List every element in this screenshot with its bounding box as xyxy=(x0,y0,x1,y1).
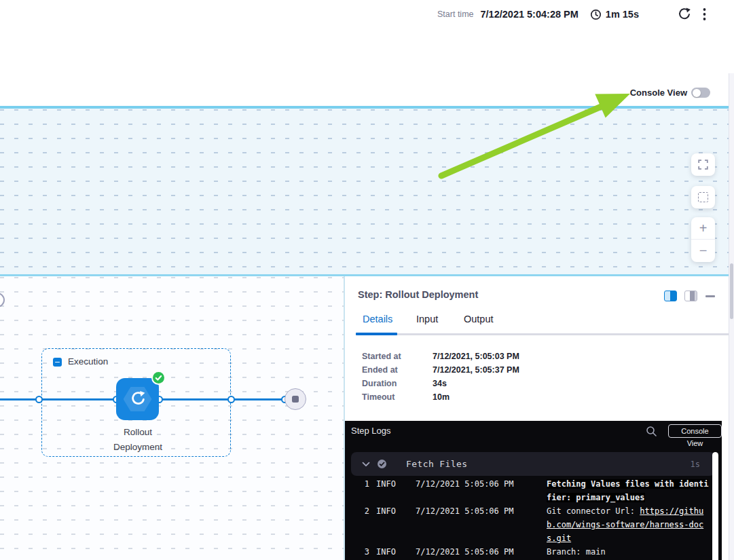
console-view-label: Console View xyxy=(630,88,687,98)
log-timestamp: 7/12/2021 5:05:06 PM xyxy=(416,477,547,504)
execution-topbar: Start time 7/12/2021 5:04:28 PM 1m 15s xyxy=(0,0,734,74)
step-details-panel: Step: Rollout Deployment Details Input O… xyxy=(345,276,729,560)
kebab-menu-icon[interactable] xyxy=(703,7,706,21)
fit-selection-button[interactable] xyxy=(691,186,715,208)
tab-separator xyxy=(356,333,729,335)
fullscreen-button[interactable] xyxy=(691,153,715,176)
log-line-number: 2 xyxy=(345,504,369,545)
pipeline-canvas-upper[interactable]: + − xyxy=(0,109,729,274)
search-icon[interactable] xyxy=(646,426,657,437)
check-icon xyxy=(155,375,162,381)
active-tab-underline xyxy=(356,333,397,335)
refresh-button[interactable] xyxy=(678,7,691,21)
detail-value: 10m xyxy=(433,392,449,402)
tab-details[interactable]: Details xyxy=(363,314,392,324)
panel-title: Step: Rollout Deployment xyxy=(358,289,478,300)
step-success-icon xyxy=(378,460,386,468)
detail-value: 7/12/2021, 5:05:37 PM xyxy=(433,365,519,375)
log-message: Fetching Values files with identifier: p… xyxy=(547,477,709,504)
log-group-fetch-files[interactable]: Fetch Files 1s xyxy=(351,452,715,476)
step-logs-title: Step Logs xyxy=(351,426,391,436)
log-level: INFO xyxy=(376,477,416,504)
success-badge xyxy=(153,372,164,384)
log-row: 2 INFO 7/12/2021 5:05:06 PM Git connecto… xyxy=(345,504,722,545)
detail-label: Ended at xyxy=(362,365,398,375)
log-message: Git connector Url: https://github.com/wi… xyxy=(547,504,709,545)
console-view-button[interactable]: Console View xyxy=(668,424,722,438)
rollout-deployment-node[interactable] xyxy=(116,378,159,420)
log-lines: 1 INFO 7/12/2021 5:05:06 PM Fetching Val… xyxy=(345,477,722,559)
log-timestamp: 7/12/2021 5:05:06 PM xyxy=(416,545,547,559)
zoom-controls: + − xyxy=(691,217,715,262)
node-label: Rollout Deployment xyxy=(74,425,202,455)
log-level: INFO xyxy=(376,545,416,559)
log-row: 1 INFO 7/12/2021 5:05:06 PM Fetching Val… xyxy=(345,477,722,504)
split-view-active-icon[interactable] xyxy=(664,291,677,301)
console-view-bar: Console View xyxy=(0,73,734,106)
log-row: 3 INFO 7/12/2021 5:05:06 PM Branch: main xyxy=(345,545,722,559)
log-message: Branch: main xyxy=(547,545,709,559)
log-group-name: Fetch Files xyxy=(406,459,468,469)
stop-node[interactable] xyxy=(285,388,306,410)
start-time-label: Start time xyxy=(437,10,474,19)
pipeline-canvas-lower[interactable]: Execution Rollout Deployment xyxy=(0,276,344,560)
clock-icon xyxy=(590,9,602,20)
page-scrollbar-thumb[interactable] xyxy=(730,263,733,319)
detail-label: Timeout xyxy=(362,392,394,402)
tab-output[interactable]: Output xyxy=(464,314,494,324)
execution-group-label: Execution xyxy=(68,356,108,367)
fullscreen-icon xyxy=(698,160,708,170)
tab-input[interactable]: Input xyxy=(416,314,438,324)
detail-label: Duration xyxy=(362,379,397,388)
zoom-in-button[interactable]: + xyxy=(691,217,715,240)
log-scrollbar-thumb[interactable] xyxy=(712,452,718,560)
previous-node-partial xyxy=(0,293,5,307)
connector-dot xyxy=(227,396,235,403)
split-view-inactive-icon[interactable] xyxy=(684,291,697,301)
start-time-value: 7/12/2021 5:04:28 PM xyxy=(481,9,579,20)
log-line-number: 1 xyxy=(345,477,369,504)
toggle-knob xyxy=(693,89,701,97)
zoom-out-button[interactable]: − xyxy=(691,240,715,262)
rollout-icon xyxy=(129,390,147,408)
log-level: INFO xyxy=(376,504,416,545)
log-timestamp: 7/12/2021 5:05:06 PM xyxy=(416,504,547,545)
marquee-icon xyxy=(698,192,708,202)
detail-value: 34s xyxy=(433,379,447,388)
detail-label: Started at xyxy=(362,352,401,361)
connector-dot xyxy=(35,396,43,403)
chevron-down-icon[interactable] xyxy=(362,462,370,467)
minimize-panel-icon[interactable] xyxy=(705,295,715,297)
pipeline-execution-page: Start time 7/12/2021 5:04:28 PM 1m 15s C… xyxy=(0,0,734,560)
log-group-duration: 1s xyxy=(691,460,700,469)
console-view-toggle[interactable] xyxy=(691,88,710,98)
detail-value: 7/12/2021, 5:05:03 PM xyxy=(433,352,519,361)
log-line-number: 3 xyxy=(345,545,369,559)
elapsed-time: 1m 15s xyxy=(606,9,639,20)
collapse-group-button[interactable] xyxy=(53,358,62,367)
